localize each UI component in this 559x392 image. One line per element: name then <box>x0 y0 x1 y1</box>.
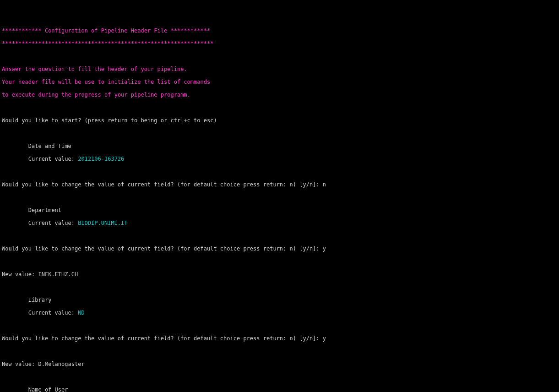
prompt-row: Would you like to change the value of cu… <box>2 181 326 188</box>
indent <box>2 297 28 303</box>
current-value-date-time: 2012106-163726 <box>78 156 124 162</box>
field-row: Current value: BIODIP.UNIMI.IT <box>2 220 128 226</box>
field-label-library: Library <box>28 297 52 303</box>
field-label-user: Name of User <box>28 387 68 392</box>
current-value-department: BIODIP.UNIMI.IT <box>78 220 127 226</box>
new-value-row: New value: D.Melanogaster <box>2 361 85 367</box>
field-row: Library <box>2 297 51 303</box>
current-value-label: Current value: <box>28 220 78 226</box>
indent <box>2 387 28 392</box>
field-label-date-time: Date and Time <box>28 143 71 149</box>
field-row: Department <box>2 207 61 213</box>
indent <box>2 310 28 316</box>
field-row: Current value: 2012106-163726 <box>2 156 124 162</box>
indent <box>2 143 28 149</box>
new-value-row: New value: INFK.ETHZ.CH <box>2 271 78 278</box>
answer-department[interactable]: y <box>323 245 326 252</box>
indent <box>2 220 28 226</box>
current-value-library: ND <box>78 310 84 316</box>
current-value-label: Current value: <box>28 156 78 162</box>
intro-line-2: Your header file will be use to initiali… <box>2 79 210 85</box>
field-row: Current value: ND <box>2 310 85 316</box>
prompt-row: Would you like to change the value of cu… <box>2 245 326 252</box>
intro-line-3: to execute during the progress of your p… <box>2 92 190 98</box>
indent <box>2 156 28 162</box>
header-line-2: ****************************************… <box>2 40 213 47</box>
change-prompt[interactable]: Would you like to change the value of cu… <box>2 181 323 188</box>
field-row: Name of User <box>2 387 68 392</box>
intro-line-1: Answer the question to fill the header o… <box>2 66 187 72</box>
new-value-label: New value: <box>2 361 38 367</box>
new-value-label: New value: <box>2 271 38 278</box>
header-line-1: ************ Configuration of Pipeline H… <box>2 27 210 34</box>
prompt-row: Would you like to change the value of cu… <box>2 335 326 342</box>
indent <box>2 207 28 213</box>
answer-date-time[interactable]: n <box>323 181 326 188</box>
field-label-department: Department <box>28 207 61 213</box>
start-prompt[interactable]: Would you like to start? (press return t… <box>2 117 217 124</box>
field-row: Date and Time <box>2 143 71 149</box>
change-prompt[interactable]: Would you like to change the value of cu… <box>2 335 323 342</box>
new-value-department[interactable]: INFK.ETHZ.CH <box>38 271 78 278</box>
new-value-library[interactable]: D.Melanogaster <box>38 361 84 367</box>
change-prompt[interactable]: Would you like to change the value of cu… <box>2 245 323 252</box>
answer-library[interactable]: y <box>323 335 326 342</box>
current-value-label: Current value: <box>28 310 78 316</box>
